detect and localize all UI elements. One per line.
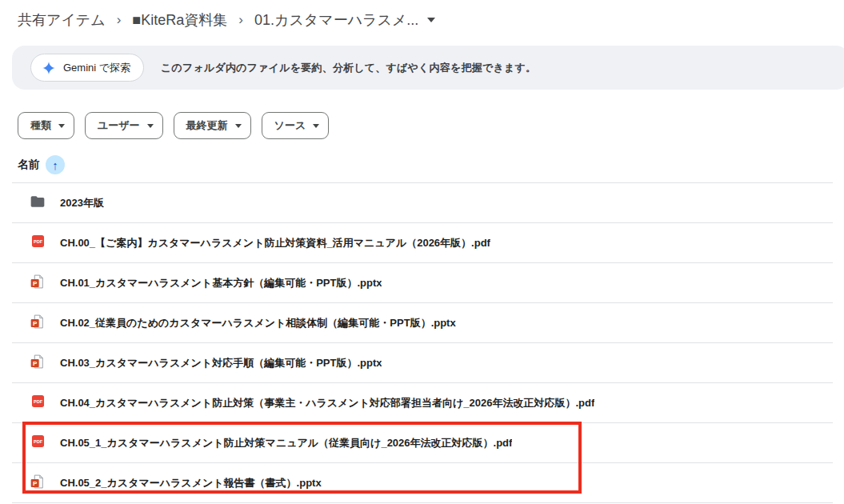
- pptx-icon: P: [30, 354, 46, 373]
- filter-chip-type[interactable]: 種類: [18, 112, 74, 139]
- chevron-down-icon: [147, 124, 154, 128]
- filter-chip-type-label: 種類: [30, 118, 51, 133]
- sort-ascending-icon: ↑: [46, 155, 65, 174]
- svg-text:P: P: [33, 359, 37, 366]
- chevron-down-icon: [313, 124, 319, 128]
- svg-text:PDF: PDF: [33, 239, 42, 244]
- svg-text:P: P: [33, 319, 37, 326]
- svg-text:PDF: PDF: [33, 439, 42, 444]
- file-name: CH.02_従業員のためのカスタマーハラスメント相談体制（編集可能・PPT版）.…: [60, 316, 456, 330]
- banner-description: このフォルダ内のファイルを要約、分析して、すばやく内容を把握できます。: [161, 61, 536, 75]
- file-name: CH.05_2_カスタマーハラスメント報告書（書式）.pptx: [60, 476, 322, 490]
- svg-text:PDF: PDF: [33, 399, 42, 404]
- filter-chip-modified-label: 最終更新: [186, 118, 228, 133]
- breadcrumb-separator: ›: [117, 12, 122, 28]
- file-name: 2023年版: [60, 196, 104, 210]
- file-name: CH.01_カスタマーハラスメント基本方針（編集可能・PPT版）.pptx: [60, 276, 382, 290]
- file-row[interactable]: P CH.03_カスタマーハラスメント対応手順（編集可能・PPT版）.pptx: [12, 343, 833, 383]
- pdf-icon: PDF: [30, 394, 46, 412]
- file-name: CH.03_カスタマーハラスメント対応手順（編集可能・PPT版）.pptx: [60, 356, 382, 370]
- filter-chip-source[interactable]: ソース: [262, 112, 330, 139]
- chevron-down-icon: [427, 18, 435, 22]
- svg-text:P: P: [33, 279, 37, 286]
- name-column-header[interactable]: 名前 ↑: [18, 155, 65, 174]
- pdf-icon: PDF: [30, 434, 46, 452]
- file-list: 2023年版 PDF CH.00_【ご案内】カスタマーハラスメント防止対策資料_…: [12, 182, 833, 503]
- breadcrumb: 共有アイテム › ■KiteRa資料集 › 01.カスタマーハラスメ...: [18, 10, 435, 30]
- gemini-star-icon: [42, 61, 56, 75]
- name-column-label: 名前: [18, 158, 39, 172]
- file-row[interactable]: PDF CH.00_【ご案内】カスタマーハラスメント防止対策資料_活用マニュアル…: [12, 223, 833, 263]
- folder-icon: [30, 194, 46, 213]
- breadcrumb-item-current[interactable]: 01.カスタマーハラスメ...: [254, 10, 435, 30]
- file-name: CH.00_【ご案内】カスタマーハラスメント防止対策資料_活用マニュアル（202…: [60, 236, 490, 250]
- pptx-icon: P: [30, 274, 46, 293]
- file-row[interactable]: 2023年版: [12, 183, 833, 223]
- breadcrumb-item-shared[interactable]: 共有アイテム: [18, 10, 106, 30]
- chevron-down-icon: [58, 124, 65, 128]
- file-row[interactable]: PDF CH.04_カスタマーハラスメント防止対策（事業主・ハラスメント対応部署…: [12, 383, 833, 423]
- filter-chip-user-label: ユーザー: [98, 118, 140, 133]
- breadcrumb-current-label: 01.カスタマーハラスメ...: [254, 10, 418, 30]
- filter-bar: 種類 ユーザー 最終更新 ソース: [18, 112, 329, 139]
- gemini-explore-button[interactable]: Gemini で探索: [30, 54, 144, 82]
- filter-chip-modified[interactable]: 最終更新: [174, 112, 251, 139]
- svg-text:P: P: [33, 479, 37, 486]
- file-row[interactable]: P CH.01_カスタマーハラスメント基本方針（編集可能・PPT版）.pptx: [12, 263, 833, 303]
- chevron-down-icon: [235, 124, 242, 128]
- file-row[interactable]: PDF CH.05_1_カスタマーハラスメント防止対策マニュアル（従業員向け_2…: [12, 423, 833, 463]
- gemini-banner: Gemini で探索 このフォルダ内のファイルを要約、分析して、すばやく内容を把…: [12, 46, 844, 90]
- gemini-button-label: Gemini で探索: [63, 61, 130, 75]
- filter-chip-source-label: ソース: [274, 118, 306, 133]
- file-name: CH.05_1_カスタマーハラスメント防止対策マニュアル（従業員向け_2026年…: [60, 436, 512, 450]
- pptx-icon: P: [30, 314, 46, 333]
- file-row[interactable]: P CH.02_従業員のためのカスタマーハラスメント相談体制（編集可能・PPT版…: [12, 303, 833, 343]
- file-row[interactable]: P CH.05_2_カスタマーハラスメント報告書（書式）.pptx: [12, 463, 833, 503]
- pptx-icon: P: [30, 474, 46, 493]
- breadcrumb-separator: ›: [238, 12, 243, 28]
- pdf-icon: PDF: [30, 234, 46, 252]
- file-name: CH.04_カスタマーハラスメント防止対策（事業主・ハラスメント対応部署担当者向…: [60, 396, 594, 410]
- breadcrumb-item-kitera[interactable]: ■KiteRa資料集: [132, 10, 227, 30]
- filter-chip-user[interactable]: ユーザー: [85, 112, 163, 139]
